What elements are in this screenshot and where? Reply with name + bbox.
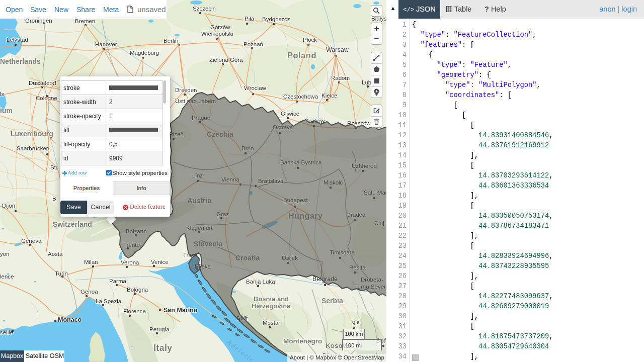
svg-text:Gorzów: Gorzów xyxy=(210,24,230,30)
svg-text:B: B xyxy=(52,196,56,202)
svg-text:Florence: Florence xyxy=(123,308,146,314)
svg-text:Radom: Radom xyxy=(331,75,350,81)
svg-text:lence: lence xyxy=(0,274,14,280)
svg-text:Italy: Italy xyxy=(153,343,173,353)
svg-text:Warsaw: Warsaw xyxy=(326,46,349,53)
svg-text:Saarbrücken: Saarbrücken xyxy=(17,145,49,151)
svg-text:Banja Luka: Banja Luka xyxy=(246,279,275,285)
svg-text:Niš: Niš xyxy=(351,320,360,326)
svg-text:Zielona Góra: Zielona Góra xyxy=(209,57,243,63)
svg-text:Mostar: Mostar xyxy=(263,320,280,326)
svg-text:Lub: Lub xyxy=(362,79,371,85)
svg-text:Geneva: Geneva xyxy=(21,238,42,244)
svg-text:Częstochowa: Częstochowa xyxy=(283,94,318,100)
svg-text:Montenegro: Montenegro xyxy=(283,337,322,345)
svg-text:yon: yon xyxy=(0,251,10,257)
svg-text:Hanover: Hanover xyxy=(95,41,117,47)
svg-text:Piła: Piła xyxy=(245,16,255,22)
svg-text:Aosta: Aosta xyxy=(48,251,63,257)
svg-text:Bologna: Bologna xyxy=(127,287,148,293)
svg-text:Szczecin: Szczecin xyxy=(193,6,216,12)
svg-text:San Marino: San Marino xyxy=(164,307,198,314)
svg-text:Dijon: Dijon xyxy=(2,203,15,209)
svg-text:Wielkopolski: Wielkopolski xyxy=(201,31,233,37)
svg-text:Perugia: Perugia xyxy=(149,326,170,332)
svg-text:Serbia: Serbia xyxy=(321,297,343,305)
svg-text:Parma: Parma xyxy=(109,278,126,284)
svg-text:Lelystad: Lelystad xyxy=(7,37,28,43)
svg-text:La Spezia: La Spezia xyxy=(96,298,122,304)
svg-text:Switzerland: Switzerland xyxy=(53,220,92,228)
svg-text:Bydgoszcz: Bydgoszcz xyxy=(262,16,290,22)
svg-text:Dresden: Dresden xyxy=(175,87,197,93)
svg-text:Monaco: Monaco xyxy=(58,316,82,323)
svg-text:Bremen: Bremen xyxy=(75,18,95,24)
svg-text:Verona: Verona xyxy=(121,259,139,265)
svg-text:Bosnia and: Bosnia and xyxy=(254,295,289,303)
svg-text:Płock: Płock xyxy=(303,37,317,43)
svg-text:seille: seille xyxy=(0,329,13,335)
svg-text:Genoa: Genoa xyxy=(80,289,98,295)
svg-text:ls: ls xyxy=(0,91,5,97)
svg-text:Poznań: Poznań xyxy=(244,41,263,47)
svg-text:Berlin: Berlin xyxy=(164,38,178,44)
svg-text:ium: ium xyxy=(0,107,13,115)
svg-text:Herzegovina: Herzegovina xyxy=(252,302,291,310)
svg-text:Poland: Poland xyxy=(287,51,316,60)
svg-text:Magdeburg: Magdeburg xyxy=(130,50,159,56)
svg-text:Gliwice: Gliwice xyxy=(281,111,299,117)
svg-text:Milan: Milan xyxy=(84,259,98,265)
svg-text:Turin: Turin xyxy=(55,270,68,277)
svg-text:Venice: Venice xyxy=(151,259,169,265)
svg-text:Netherlands: Netherlands xyxy=(0,57,41,65)
